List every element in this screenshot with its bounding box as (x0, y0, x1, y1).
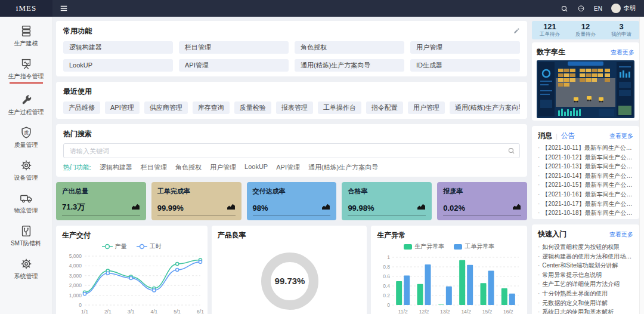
recent-tag-8[interactable]: 用户管理 (408, 101, 445, 114)
language-switcher[interactable]: EN (594, 5, 602, 12)
menu-toggle-icon[interactable] (60, 4, 68, 13)
message-item-2[interactable]: 【2021-10-13】最新车间生产公告车间生 (538, 162, 633, 171)
tab-notices[interactable]: 公告 (561, 131, 575, 141)
kpi-title: 报废率 (443, 187, 521, 196)
quick-start-more-link[interactable]: 查看更多 (609, 230, 633, 239)
legend-item-1[interactable]: 工时 (137, 242, 162, 251)
todo-stat-2[interactable]: 3我的申请 (603, 23, 639, 38)
recent-used-tags: 产品维修API管理供应商管理库存查询质量检验报表管理工单操作台指令配置用户管理通… (63, 101, 520, 114)
todo-stat-1[interactable]: 12质量待办 (568, 23, 603, 38)
edit-icon[interactable] (513, 26, 520, 36)
message-item-1[interactable]: 【2021-10-12】最新车间生产公告车间 (538, 153, 633, 162)
user-menu[interactable]: 李明 (611, 4, 636, 13)
message-item-4[interactable]: 【2021-10-15】最新车间生产公告车间生产公 (538, 180, 633, 190)
message-item-7[interactable]: 【2021-10-18】最新车间生产公告车间生产... (538, 208, 633, 218)
quick-start-item-7[interactable]: 系统日志的使用和基本解析 (538, 307, 633, 314)
recent-tag-6[interactable]: 工单操作台 (318, 101, 361, 114)
search-icon[interactable] (561, 5, 568, 13)
function-button-4[interactable]: LookUP (63, 59, 173, 72)
svg-text:2/1: 2/1 (104, 309, 112, 314)
function-button-1[interactable]: 栏目管理 (179, 41, 289, 54)
function-button-2[interactable]: 角色授权 (295, 41, 404, 54)
quick-start-item-2[interactable]: Center和Site端功能划分讲解 (538, 261, 633, 270)
message-item-3[interactable]: 【2021-10-14】最新车间生产公告车间生产 (538, 171, 633, 181)
legend-item-0[interactable]: 产量 (102, 242, 127, 251)
messages-card: 消息 | 公告 查看更多 【2021-10-11】最新车间生产公告车【2021-… (532, 126, 639, 219)
function-button-5[interactable]: API管理 (179, 59, 289, 72)
sidebar-item-2[interactable]: 生产过程管理 (0, 93, 52, 116)
messages-list: 【2021-10-11】最新车间生产公告车【2021-10-12】最新车间生产公… (538, 143, 633, 218)
sidebar-item-1[interactable]: 生产指令管理 (0, 57, 52, 84)
recent-tag-5[interactable]: 报表管理 (276, 101, 313, 114)
sidebar-item-4[interactable]: 设备管理 (0, 158, 52, 182)
function-button-6[interactable]: 通用(精炼)生产方案向导 (295, 59, 404, 72)
quick-start-item-1[interactable]: 逻辑构建器的使用方法和使用场景说明 (538, 252, 633, 261)
mini-chart-icon (321, 202, 330, 213)
quick-start-list: 如何设置细粒度为按钮的权限逻辑构建器的使用方法和使用场景说明Center和Sit… (538, 242, 633, 314)
quick-start-item-6[interactable]: 元数据的定义和使用详解 (538, 298, 633, 308)
quick-start-item-5[interactable]: 十分钟熟悉主界面的使用 (538, 289, 633, 298)
svg-text:5,000: 5,000 (69, 253, 82, 259)
todo-value: 121 (532, 23, 568, 30)
hot-search-card: 热门搜索 热门功能: 逻辑构建器栏目管理角色授权用户管理LookUPAPI管理通… (56, 124, 527, 177)
recent-tag-3[interactable]: 库存查询 (193, 101, 230, 114)
avatar (611, 4, 621, 13)
recent-tag-2[interactable]: 供应商管理 (144, 101, 188, 114)
function-button-0[interactable]: 逻辑构建器 (63, 41, 173, 54)
quick-start-item-0[interactable]: 如何设置细粒度为按钮的权限 (538, 242, 633, 252)
hot-link-3[interactable]: 用户管理 (210, 163, 236, 172)
message-item-5[interactable]: 【2021-10-16】最新车间生产公告车间生产... (538, 190, 633, 199)
svg-text:1/1: 1/1 (81, 309, 88, 314)
hot-link-4[interactable]: LookUP (244, 163, 268, 172)
svg-text:0.2: 0.2 (383, 293, 391, 298)
message-item-0[interactable]: 【2021-10-11】最新车间生产公告车 (538, 143, 633, 153)
recent-tag-1[interactable]: API管理 (105, 101, 140, 114)
search-submit-icon[interactable] (507, 146, 515, 157)
svg-text:4/1: 4/1 (150, 309, 157, 314)
legend-item-1[interactable]: 工单异常率 (454, 242, 494, 251)
hot-link-1[interactable]: 栏目管理 (141, 163, 167, 172)
digital-twin-image (537, 60, 634, 118)
sidebar-item-3[interactable]: 质质量管理 (0, 125, 52, 149)
svg-text:质: 质 (23, 130, 28, 136)
production-abnormal-chart-card: 生产异常 生产异常率工单异常率 00.20.40.60.8111/212/213… (371, 226, 527, 314)
hot-link-5[interactable]: API管理 (276, 163, 300, 172)
recent-tag-4[interactable]: 质量检验 (234, 101, 271, 114)
hot-link-6[interactable]: 通用(精炼)生产方案向导 (308, 163, 378, 172)
recent-tag-9[interactable]: 通用(精炼)生产方案向导 (450, 101, 520, 114)
chip-icon (20, 224, 33, 238)
sidebar-item-label: 系统管理 (14, 272, 38, 281)
tab-messages[interactable]: 消息 (538, 131, 552, 141)
sidebar-item-label: 物流管理 (14, 207, 38, 215)
board-icon (20, 57, 33, 71)
hot-link-0[interactable]: 逻辑构建器 (100, 163, 132, 172)
recent-tag-0[interactable]: 产品维修 (63, 101, 100, 114)
app-logo: iMES (0, 0, 52, 17)
function-button-7[interactable]: ID生成器 (410, 59, 520, 72)
sidebar-item-7[interactable]: 系统管理 (0, 257, 52, 281)
hot-link-2[interactable]: 角色授权 (175, 163, 202, 172)
scrollbar[interactable] (639, 17, 644, 314)
topbar-right: EN 李明 (561, 4, 644, 13)
message-icon[interactable] (577, 5, 585, 13)
todo-value: 3 (603, 23, 639, 30)
sidebar-item-0[interactable]: 生产建模 (0, 24, 52, 48)
svg-text:14/2: 14/2 (462, 309, 472, 314)
legend-item-0[interactable]: 生产异常率 (404, 242, 444, 251)
line-chart-legend: 产量工时 (62, 242, 202, 251)
sidebar-item-label: 设备管理 (14, 174, 38, 182)
todo-stat-0[interactable]: 121工单待办 (532, 23, 568, 38)
quick-start-item-4[interactable]: 生产工艺的详细使用方法介绍 (538, 279, 633, 289)
topbar: iMES EN 李明 (0, 0, 644, 17)
sidebar-item-6[interactable]: SMT防错料 (0, 224, 52, 248)
sidebar-item-label: SMT防错料 (11, 239, 41, 248)
quick-start-item-3[interactable]: 常用异常提示信息说明 (538, 270, 633, 280)
search-input[interactable] (63, 143, 520, 158)
function-button-3[interactable]: 用户管理 (410, 41, 520, 54)
message-item-6[interactable]: 【2021-10-17】最新车间生产公告车间生产... (538, 199, 633, 209)
messages-more-link[interactable]: 查看更多 (609, 132, 633, 140)
todo-label: 我的申请 (603, 31, 639, 38)
digital-twin-more-link[interactable]: 查看更多 (611, 48, 634, 57)
sidebar-item-5[interactable]: 物流管理 (0, 191, 52, 215)
recent-tag-7[interactable]: 指令配置 (366, 101, 403, 114)
